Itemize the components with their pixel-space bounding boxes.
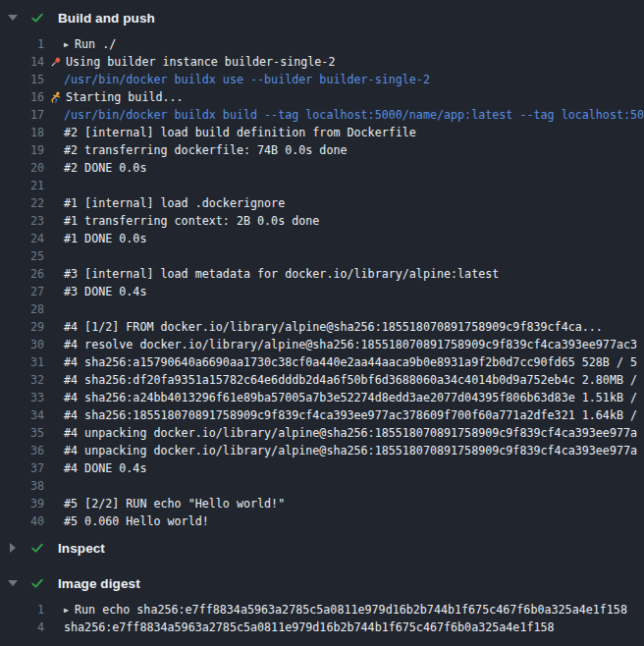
- log-lines: 1▶Run ./14Using builder instance builder…: [0, 35, 644, 530]
- line-number[interactable]: 36: [0, 442, 44, 459]
- log-line: 35#4 unpacking docker.io/library/alpine@…: [0, 424, 644, 442]
- log-line-content: #4 sha256:a24bb4013296f61e89ba57005a7b3e…: [64, 389, 637, 406]
- line-number[interactable]: 39: [0, 495, 44, 512]
- log-line-content: #2 DONE 0.0s: [64, 159, 146, 177]
- log-line: 25: [0, 247, 644, 265]
- line-number[interactable]: 14: [0, 53, 44, 71]
- log-text: #4 unpacking docker.io/library/alpine@sh…: [64, 444, 637, 458]
- actions-log-viewer: Build and push1▶Run ./14Using builder in…: [0, 0, 644, 646]
- chevron-down-icon[interactable]: [8, 580, 18, 586]
- log-line-content: #4 sha256:df20fa9351a15782c64e6dddb2d4a6…: [64, 371, 637, 389]
- section-header-inspect[interactable]: Inspect: [0, 530, 644, 565]
- line-number[interactable]: 16: [0, 88, 44, 106]
- log-line: 28: [0, 300, 644, 318]
- pushpin-icon: [49, 56, 62, 69]
- log-line: 18#2 [internal] load build definition fr…: [0, 124, 644, 141]
- log-line: 33#4 sha256:a24bb4013296f61e89ba57005a7b…: [0, 389, 644, 406]
- line-number[interactable]: 21: [0, 177, 44, 194]
- log-line-content: /usr/bin/docker buildx use --builder bui…: [64, 71, 430, 88]
- log-line-content: Starting build...: [64, 88, 184, 106]
- log-text: Using builder instance builder-single-2: [66, 55, 335, 69]
- log-line-content: #1 transferring context: 2B 0.0s done: [64, 212, 319, 230]
- runner-icon: [49, 91, 62, 104]
- log-section-build-and-push: Build and push1▶Run ./14Using builder in…: [0, 0, 644, 530]
- line-number[interactable]: 34: [0, 406, 44, 424]
- run-expander-icon[interactable]: ▶: [64, 36, 75, 54]
- log-line: 16Starting build...: [0, 88, 644, 106]
- line-number[interactable]: 29: [0, 318, 44, 336]
- line-number[interactable]: 1: [0, 35, 44, 53]
- line-number[interactable]: 35: [0, 424, 44, 442]
- log-line-content: #5 [2/2] RUN echo "Hello world!": [64, 495, 285, 512]
- log-line-content: #2 transferring dockerfile: 74B 0.0s don…: [64, 141, 348, 159]
- line-number[interactable]: 32: [0, 371, 44, 389]
- log-line-content: #4 [1/2] FROM docker.io/library/alpine@s…: [64, 318, 603, 336]
- log-line: 39#5 [2/2] RUN echo "Hello world!": [0, 495, 644, 512]
- log-line-content: sha256:e7ff8834a5963a2785c5a0811e979d16b…: [64, 619, 555, 636]
- log-line: 22#1 [internal] load .dockerignore: [0, 194, 644, 212]
- chevron-right-icon[interactable]: [10, 543, 16, 553]
- log-line: 19#2 transferring dockerfile: 74B 0.0s d…: [0, 141, 644, 159]
- run-expander-icon[interactable]: ▶: [64, 602, 75, 619]
- log-line-content: #4 resolve docker.io/library/alpine@sha2…: [64, 336, 637, 353]
- line-number[interactable]: 27: [0, 283, 44, 300]
- log-line-content: #4 unpacking docker.io/library/alpine@sh…: [64, 424, 637, 442]
- line-number[interactable]: 26: [0, 265, 44, 283]
- log-line: 40#5 0.060 Hello world!: [0, 512, 644, 530]
- log-line: 27#3 DONE 0.4s: [0, 283, 644, 300]
- section-header-build-and-push[interactable]: Build and push: [0, 0, 644, 35]
- log-line-content: #1 DONE 0.0s: [64, 230, 146, 247]
- line-number[interactable]: 1: [0, 601, 44, 619]
- log-text: /usr/bin/docker buildx build --tag local…: [64, 108, 644, 122]
- log-text: #4 sha256:a15790640a6690aa1730c38cf0a440…: [64, 355, 637, 369]
- log-text: #1 transferring context: 2B 0.0s done: [64, 214, 319, 228]
- line-number[interactable]: 24: [0, 230, 44, 247]
- log-section-image-digest: Image digest1▶Run echo sha256:e7ff8834a5…: [0, 565, 644, 636]
- line-number[interactable]: 20: [0, 159, 44, 177]
- log-line: 32#4 sha256:df20fa9351a15782c64e6dddb2d4…: [0, 371, 644, 389]
- log-text: #4 sha256:185518070891758909c9f839cf4ca3…: [64, 408, 637, 422]
- log-line: 37#4 DONE 0.4s: [0, 459, 644, 477]
- log-line: 1▶Run echo sha256:e7ff8834a5963a2785c5a0…: [0, 601, 644, 619]
- log-line: 36#4 unpacking docker.io/library/alpine@…: [0, 442, 644, 459]
- log-text: Run ./: [75, 37, 116, 51]
- log-line: 1▶Run ./: [0, 35, 644, 53]
- line-number[interactable]: 25: [0, 247, 44, 265]
- line-number[interactable]: 15: [0, 71, 44, 88]
- log-line-content: #4 DONE 0.4s: [64, 459, 146, 477]
- line-number[interactable]: 38: [0, 477, 44, 495]
- log-section-inspect: Inspect: [0, 530, 644, 565]
- log-line: 21: [0, 177, 644, 194]
- chevron-down-icon[interactable]: [8, 15, 18, 21]
- log-text: #4 unpacking docker.io/library/alpine@sh…: [64, 426, 637, 440]
- log-text: /usr/bin/docker buildx use --builder bui…: [64, 73, 430, 86]
- line-number[interactable]: 28: [0, 300, 44, 318]
- log-text: #4 sha256:a24bb4013296f61e89ba57005a7b3e…: [64, 391, 637, 404]
- line-number[interactable]: 17: [0, 106, 44, 124]
- log-line-content: #3 [internal] load metadata for docker.i…: [64, 265, 499, 283]
- success-check-icon: [29, 575, 45, 591]
- log-text: Starting build...: [66, 90, 184, 104]
- line-number[interactable]: 31: [0, 353, 44, 371]
- line-number[interactable]: 23: [0, 212, 44, 230]
- section-title: Inspect: [58, 541, 105, 556]
- log-line-content: #4 unpacking docker.io/library/alpine@sh…: [64, 442, 637, 459]
- log-text: #4 [1/2] FROM docker.io/library/alpine@s…: [64, 320, 603, 334]
- log-lines: 1▶Run echo sha256:e7ff8834a5963a2785c5a0…: [0, 601, 644, 636]
- line-number[interactable]: 33: [0, 389, 44, 406]
- line-number[interactable]: 30: [0, 336, 44, 353]
- line-number[interactable]: 22: [0, 194, 44, 212]
- log-line: 24#1 DONE 0.0s: [0, 230, 644, 247]
- line-number[interactable]: 18: [0, 124, 44, 141]
- line-number[interactable]: 40: [0, 512, 44, 530]
- section-header-image-digest[interactable]: Image digest: [0, 565, 644, 601]
- line-number[interactable]: 37: [0, 459, 44, 477]
- log-line: 26#3 [internal] load metadata for docker…: [0, 265, 644, 283]
- log-line: 4sha256:e7ff8834a5963a2785c5a0811e979d16…: [0, 619, 644, 636]
- line-number[interactable]: 4: [0, 619, 44, 636]
- section-title: Build and push: [58, 11, 155, 26]
- line-number[interactable]: 19: [0, 141, 44, 159]
- log-text: #5 0.060 Hello world!: [64, 514, 209, 528]
- log-line: 23#1 transferring context: 2B 0.0s done: [0, 212, 644, 230]
- log-line-content: Using builder instance builder-single-2: [64, 53, 335, 71]
